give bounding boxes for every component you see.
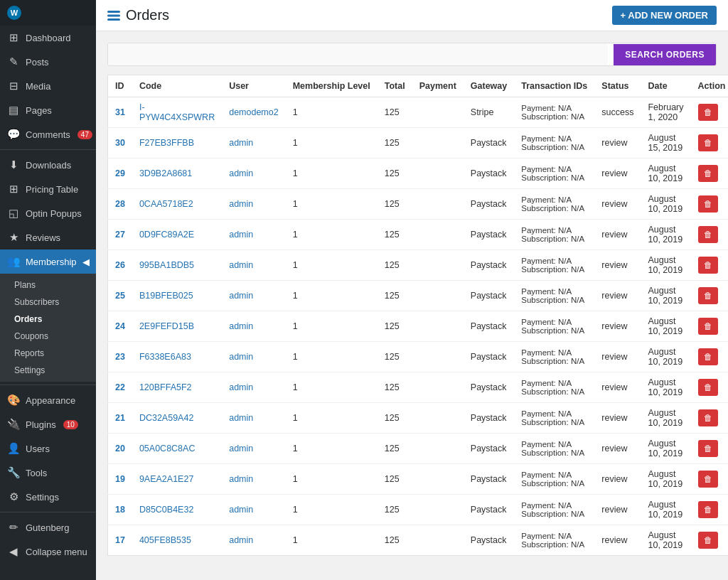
delete-button[interactable]: 🗑 [698,501,718,518]
cell-action: 🗑 [691,495,728,525]
submenu-subscribers[interactable]: Subscribers [0,294,96,311]
cell-transaction: Payment: N/ASubscription: N/A [514,495,594,525]
sidebar-item-pricing-table[interactable]: ⊞ Pricing Table [0,177,96,201]
sidebar-item-users[interactable]: 👤 Users [0,436,96,461]
delete-button[interactable]: 🗑 [698,195,718,213]
sidebar-item-optin-popups[interactable]: ◱ Optin Popups [0,201,96,225]
delete-button[interactable]: 🗑 [698,379,718,396]
cell-total: 125 [378,281,412,311]
cell-transaction: Payment: N/ASubscription: N/A [514,220,594,250]
sidebar-item-pages[interactable]: ▤ Pages [0,98,96,122]
cell-id: 21 [108,403,132,434]
membership-submenu: Plans Subscribers Orders Coupons Reports… [0,274,96,382]
sidebar-item-comments[interactable]: 💬 Comments 47 [0,122,96,146]
sidebar-item-label: Users [26,444,50,454]
cell-status: review [594,189,641,220]
cell-id: 25 [108,281,132,311]
submenu-settings[interactable]: Settings [0,362,96,379]
table-row: 18 D85C0B4E32 admin 1 125 Paystack Payme… [108,495,729,525]
cell-gateway: Paystack [464,220,514,250]
cell-transaction: Payment: N/ASubscription: N/A [514,189,594,220]
divider-3 [0,512,96,512]
cell-status: review [594,159,641,189]
submenu-plans[interactable]: Plans [0,276,96,294]
cell-transaction: Payment: N/ASubscription: N/A [514,342,594,372]
sidebar-item-downloads[interactable]: ⬇ Downloads [0,153,96,177]
col-level: Membership Level [286,75,378,97]
delete-button[interactable]: 🗑 [698,287,718,304]
submenu-orders[interactable]: Orders [0,311,96,328]
cell-id: 17 [108,525,132,556]
sidebar-item-tools[interactable]: 🔧 Tools [0,461,96,485]
cell-id: 20 [108,434,132,464]
cell-payment [412,250,464,281]
cell-payment [412,495,464,525]
sidebar-item-label: Reviews [26,232,60,243]
cell-date: August 10, 2019 [641,372,690,403]
cell-action: 🗑 [691,464,728,495]
table-row: 22 120BFFA5F2 admin 1 125 Paystack Payme… [108,372,729,403]
cell-user: admin [222,464,286,495]
cell-transaction: Payment: N/ASubscription: N/A [514,372,594,403]
col-user: User [222,75,286,97]
delete-button[interactable]: 🗑 [698,165,718,182]
delete-button[interactable]: 🗑 [698,471,718,488]
cell-total: 125 [378,128,412,159]
cell-date: August 10, 2019 [641,525,690,556]
delete-button[interactable]: 🗑 [698,134,718,151]
settings-icon: ⚙ [7,490,20,503]
cell-gateway: Paystack [464,311,514,342]
divider-1 [0,149,96,150]
delete-button[interactable]: 🗑 [698,440,718,457]
sidebar-item-gutenberg[interactable]: ✏ Gutenberg [0,515,96,539]
cell-id: 31 [108,97,132,128]
cell-user: admin [222,281,286,311]
table-header: ID Code User Membership Level Total Paym… [108,75,729,97]
sidebar-item-dashboard[interactable]: ⊞ Dashboard [0,26,96,50]
sidebar-item-label: Tools [26,468,47,478]
cell-gateway: Paystack [464,434,514,464]
delete-button[interactable]: 🗑 [698,318,718,335]
cell-code: F27EB3FFBB [132,128,222,159]
cell-status: review [594,128,641,159]
sidebar-item-settings[interactable]: ⚙ Settings [0,485,96,509]
sidebar-item-media[interactable]: ⊟ Media [0,74,96,98]
sidebar-item-posts[interactable]: ✎ Posts [0,50,96,74]
delete-button[interactable]: 🗑 [698,104,718,121]
delete-button[interactable]: 🗑 [698,532,718,549]
cell-level: 1 [286,220,378,250]
add-new-order-button[interactable]: + ADD NEW ORDER [612,6,717,25]
cell-action: 🗑 [691,525,728,556]
submenu-coupons[interactable]: Coupons [0,328,96,345]
delete-button[interactable]: 🗑 [698,226,718,243]
submenu-reports[interactable]: Reports [0,345,96,362]
cell-code: D85C0B4E32 [132,495,222,525]
cell-status: review [594,372,641,403]
delete-button[interactable]: 🗑 [698,348,718,365]
cell-user: admin [222,342,286,372]
top-bar: Orders + ADD NEW ORDER [96,0,728,31]
sidebar-item-plugins[interactable]: 🔌 Plugins 10 [0,412,96,436]
cell-level: 1 [286,403,378,434]
cell-payment [412,220,464,250]
cell-gateway: Paystack [464,525,514,556]
sidebar-item-collapse[interactable]: ◀ Collapse menu [0,539,96,564]
cell-date: February 1, 2020 [641,97,690,128]
search-orders-button[interactable]: SEARCH ORDERS [614,44,716,65]
collapse-icon: ◀ [7,545,20,558]
cell-total: 125 [378,403,412,434]
cell-level: 1 [286,495,378,525]
cell-transaction: Payment: N/ASubscription: N/A [514,403,594,434]
search-input[interactable] [108,43,608,65]
delete-button[interactable]: 🗑 [698,257,718,274]
table-row: 26 995BA1BDB5 admin 1 125 Paystack Payme… [108,250,729,281]
sidebar-item-label: Collapse menu [26,547,87,557]
col-action: Action [691,75,728,97]
sidebar-item-reviews[interactable]: ★ Reviews [0,225,96,249]
cell-user: admin [222,311,286,342]
cell-id: 18 [108,495,132,525]
sidebar-item-membership[interactable]: 👥 Membership ◀ [0,249,96,274]
cell-code: 120BFFA5F2 [132,372,222,403]
sidebar-item-appearance[interactable]: 🎨 Appearance [0,388,96,412]
delete-button[interactable]: 🗑 [698,409,718,426]
